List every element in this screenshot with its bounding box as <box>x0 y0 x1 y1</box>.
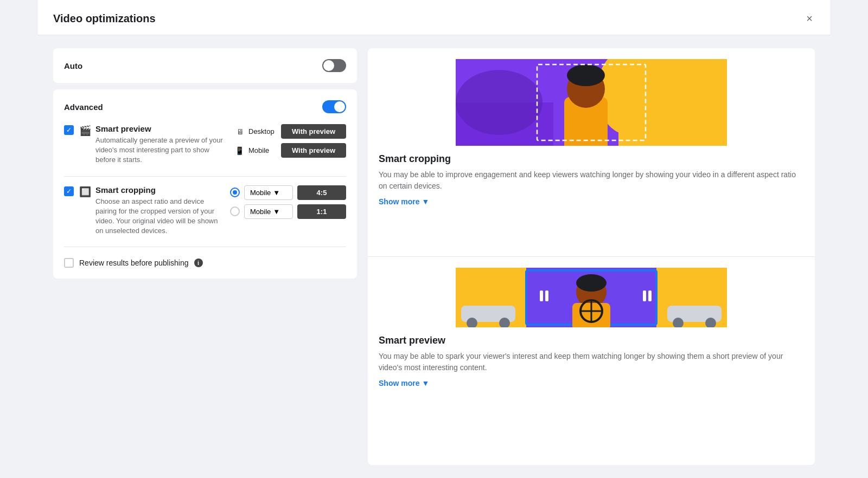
divider <box>64 176 346 177</box>
right-smart-cropping-section: Smart cropping You may be able to improv… <box>368 48 815 256</box>
right-smart-preview-desc: You may be able to spark your viewer's i… <box>379 351 804 373</box>
smart-preview-show-more[interactable]: Show more ▼ <box>379 379 804 387</box>
crop-device-label-1: Mobile <box>250 189 271 197</box>
crop-device-select-1[interactable]: Mobile ▼ <box>244 185 293 200</box>
close-button[interactable]: × <box>804 11 815 26</box>
right-panel: Smart cropping You may be able to improv… <box>368 48 815 465</box>
right-panel-inner: Smart cropping You may be able to improv… <box>368 48 815 465</box>
crop-ratio-btn-2[interactable]: 1:1 <box>297 204 346 219</box>
smart-preview-row: ✓ 🎬 Smart preview Automatically generate… <box>64 124 346 165</box>
svg-rect-25 <box>540 290 543 301</box>
smart-preview-illustration <box>379 268 804 327</box>
divider-2 <box>64 247 346 247</box>
svg-point-20 <box>576 274 607 292</box>
chevron-down-icon-1: ▼ <box>422 197 429 206</box>
smart-preview-icon: 🎬 <box>79 125 91 137</box>
svg-point-7 <box>456 70 542 135</box>
chevron-down-icon-2: ▼ <box>422 379 429 387</box>
advanced-toggle[interactable] <box>322 100 346 113</box>
smart-preview-title: Smart preview <box>95 124 226 133</box>
auto-toggle[interactable] <box>322 59 346 72</box>
crop-row-1: Mobile ▼ 4:5 <box>230 185 346 200</box>
advanced-toggle-knob <box>334 101 345 112</box>
svg-rect-28 <box>648 290 652 301</box>
smart-crop-illustration <box>379 59 804 146</box>
smart-preview-content: Smart preview Automatically generate a p… <box>95 124 226 165</box>
crop-chevron-1: ▼ <box>273 189 280 197</box>
mobile-device-row: 📱 Mobile With preview <box>235 143 346 158</box>
smart-preview-desc: Automatically generate a preview of your… <box>95 135 226 165</box>
crop-radio-1[interactable] <box>230 188 240 197</box>
review-label: Review results before publishing <box>79 259 189 267</box>
crop-chevron-2: ▼ <box>273 208 280 216</box>
auto-label: Auto <box>64 61 82 70</box>
svg-point-5 <box>567 64 605 86</box>
advanced-header: Advanced <box>64 100 346 113</box>
mobile-label: Mobile <box>248 146 277 154</box>
mobile-icon: 📱 <box>235 146 244 155</box>
smart-preview-controls: 🖥 Desktop With preview 📱 Mobile With pre… <box>226 124 346 158</box>
auto-card: Auto <box>53 48 357 83</box>
smart-cropping-checkbox[interactable]: ✓ <box>64 186 74 196</box>
right-smart-preview-title: Smart preview <box>379 335 804 346</box>
mobile-preview-button[interactable]: With preview <box>281 143 346 158</box>
crop-device-select-2[interactable]: Mobile ▼ <box>244 204 293 219</box>
modal-header: Video optimizations × <box>38 0 830 35</box>
smart-cropping-content: Smart cropping Choose an aspect ratio an… <box>95 185 221 236</box>
smart-preview-checkbox[interactable]: ✓ <box>64 125 74 135</box>
smart-cropping-desc: Choose an aspect ratio and device pairin… <box>95 197 221 236</box>
modal-title: Video optimizations <box>53 12 156 25</box>
review-checkbox[interactable] <box>64 258 74 268</box>
desktop-preview-button[interactable]: With preview <box>281 124 346 139</box>
smart-cropping-icon: 🔲 <box>79 186 91 198</box>
advanced-label: Advanced <box>64 102 103 112</box>
advanced-toggle-slider <box>322 100 346 113</box>
review-row: Review results before publishing i <box>64 256 346 268</box>
modal-container: Video optimizations × Auto <box>38 0 830 478</box>
auto-toggle-knob <box>323 60 334 71</box>
svg-rect-27 <box>643 290 646 301</box>
advanced-card: Advanced ✓ 🎬 <box>53 89 357 279</box>
right-smart-crop-desc: You may be able to improve engagement an… <box>379 169 804 192</box>
desktop-device-row: 🖥 Desktop With preview <box>237 124 346 139</box>
left-panel: Auto Advanced <box>53 48 357 465</box>
smart-preview-checkbox-wrap: ✓ <box>64 125 74 135</box>
smart-cropping-controls: Mobile ▼ 4:5 Mobile ▼ 1:1 <box>221 185 346 219</box>
smart-cropping-checkbox-wrap: ✓ <box>64 186 74 196</box>
crop-ratio-btn-1[interactable]: 4:5 <box>297 185 346 200</box>
crop-device-label-2: Mobile <box>250 208 271 216</box>
smart-cropping-row: ✓ 🔲 Smart cropping Choose an aspect rati… <box>64 185 346 236</box>
smart-crop-show-more[interactable]: Show more ▼ <box>379 197 804 206</box>
right-smart-crop-title: Smart cropping <box>379 153 804 165</box>
auto-toggle-slider <box>322 59 346 72</box>
check-icon: ✓ <box>66 127 72 133</box>
svg-rect-26 <box>545 290 548 301</box>
smart-cropping-title: Smart cropping <box>95 185 221 195</box>
desktop-icon: 🖥 <box>237 127 244 136</box>
modal-body: Auto Advanced <box>38 35 830 478</box>
desktop-label: Desktop <box>248 127 277 135</box>
show-more-label-1: Show more <box>379 197 419 206</box>
smart-crop-svg <box>379 59 804 146</box>
check-icon-2: ✓ <box>66 188 72 195</box>
show-more-label-2: Show more <box>379 379 419 387</box>
info-icon[interactable]: i <box>194 259 203 267</box>
right-smart-preview-section: Smart preview You may be able to spark y… <box>368 256 815 465</box>
crop-radio-2[interactable] <box>230 206 240 216</box>
smart-preview-svg <box>379 268 804 327</box>
crop-row-2: Mobile ▼ 1:1 <box>230 204 346 219</box>
